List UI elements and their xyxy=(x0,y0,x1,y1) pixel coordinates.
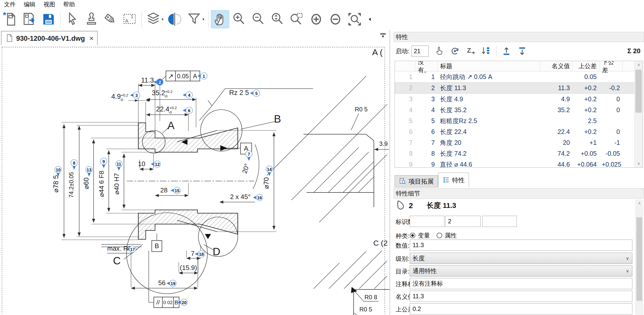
column-header[interactable]: 上公差 xyxy=(572,61,599,71)
collapse-left-button[interactable] xyxy=(365,14,375,24)
table-row[interactable]: 99直径 ⌀ 44.644.6+0.064+0.025 xyxy=(395,159,635,167)
table-cell: 6 xyxy=(415,128,437,135)
panel-tab-项目拓展[interactable]: 项目拓展 xyxy=(395,175,438,187)
pan-hand-button[interactable] xyxy=(211,10,229,28)
toolbar-separator xyxy=(208,11,208,27)
table-row[interactable]: 77角度 2020+1-1 xyxy=(395,137,635,148)
table-row[interactable]: 33长度 4.94.9+0.20 xyxy=(395,94,635,105)
id-count-input[interactable]: 2 xyxy=(445,216,481,227)
svg-text:⌀70: ⌀70 xyxy=(263,177,270,189)
svg-text:6: 6 xyxy=(188,108,190,113)
balloon-15[interactable]: 15 xyxy=(170,187,180,194)
renumber-button[interactable] xyxy=(480,45,493,57)
table-cell: 1 xyxy=(395,73,415,81)
text-input-上公差:[interactable]: 0.2 xyxy=(410,303,632,314)
menu-item-帮助[interactable]: 帮助 xyxy=(59,0,79,9)
table-row[interactable]: 88长度 74.274.2+0.05-0.05 xyxy=(395,148,635,159)
table-row[interactable]: 66长度 22.422.4+0.20 xyxy=(395,126,635,137)
scroll-down-icon[interactable]: ∨ xyxy=(635,160,643,167)
select-级别:[interactable]: 长度∨ xyxy=(410,253,632,264)
balloon-2[interactable]: 2 xyxy=(153,79,163,85)
balloon-11[interactable]: 11 xyxy=(116,161,122,171)
filter-button[interactable]: ▾ xyxy=(185,10,206,28)
balloon-1[interactable]: 1 xyxy=(197,73,207,79)
z-order-button[interactable]: Z xyxy=(464,45,477,57)
move-bottom-button[interactable] xyxy=(516,45,529,57)
select-目录:[interactable]: 通用特性∨ xyxy=(410,265,632,277)
zoom-vertical-button[interactable] xyxy=(269,10,287,28)
scroll-up-icon[interactable]: ∧ xyxy=(636,200,643,207)
scroll-up-icon[interactable]: ∧ xyxy=(635,61,643,69)
mirror-button[interactable] xyxy=(166,10,184,28)
balloon-19[interactable]: 19 xyxy=(166,280,176,287)
close-tab-icon[interactable]: × xyxy=(90,34,94,43)
menu-item-视图[interactable]: 视图 xyxy=(39,0,59,9)
radio-变量[interactable] xyxy=(410,233,415,238)
balloon-18[interactable]: 18 xyxy=(195,251,205,257)
id-count-input[interactable] xyxy=(482,216,517,227)
table-cell: +0.2 xyxy=(572,128,599,135)
scrollbar-thumb[interactable] xyxy=(636,217,642,301)
save-button[interactable] xyxy=(40,10,57,28)
balloon-3[interactable]: 3 xyxy=(130,92,140,99)
select-cursor-button[interactable] xyxy=(63,10,81,28)
table-scrollbar[interactable]: ∧ ∨ xyxy=(634,61,643,167)
text-input-名义值:[interactable]: 11.3 xyxy=(410,291,632,302)
table-cell: 20 xyxy=(540,139,572,146)
table-row[interactable]: 11径向跳动 ↗ 0.05 A0.05 xyxy=(395,71,635,82)
layers-button[interactable]: ▾ xyxy=(144,10,165,28)
column-header[interactable]: 标题 xyxy=(437,61,540,71)
tab-overflow-button[interactable]: ▼ xyxy=(379,33,387,38)
stamp-button[interactable] xyxy=(82,10,100,28)
table-row[interactable]: 55粗糙度Rz 2.52.5 xyxy=(395,115,635,126)
balloon-8[interactable]: 8 xyxy=(71,160,77,170)
increase-button[interactable] xyxy=(307,10,325,28)
move-top-button[interactable] xyxy=(501,45,513,57)
hand-pointer-button[interactable] xyxy=(433,45,446,57)
drawing-canvas[interactable]: 11.34.9+0.2-035.2+0.2-022.4+0.2-0Rz 2 5↗… xyxy=(0,45,390,315)
balloon-4[interactable]: 4 xyxy=(183,92,192,98)
drawing-label: 28 xyxy=(160,186,168,194)
menu-item-编辑[interactable]: 编辑 xyxy=(20,0,39,9)
svg-text:13: 13 xyxy=(87,168,92,172)
column-header[interactable] xyxy=(395,61,415,71)
start-input[interactable] xyxy=(412,46,429,57)
balloon-9[interactable]: 9 xyxy=(100,158,107,168)
zoom-window-button[interactable] xyxy=(288,10,306,28)
id-count-input[interactable] xyxy=(410,216,444,227)
menu-item-文件[interactable]: 文件 xyxy=(0,0,20,9)
balloon-14[interactable]: 14 xyxy=(266,166,273,176)
zoom-fit-button[interactable] xyxy=(346,10,363,28)
partial-stamp-button[interactable]: 1A xyxy=(121,10,139,28)
balloon-13[interactable]: 13 xyxy=(86,166,92,176)
balloon-12[interactable]: 12 xyxy=(151,161,161,167)
table-row[interactable]: 22长度 11.311.3+0.2-0.2 xyxy=(395,82,635,94)
column-header[interactable]: 名义值 xyxy=(540,61,572,71)
open-document-button[interactable] xyxy=(20,10,38,28)
tag-button[interactable] xyxy=(102,10,119,28)
balloon-10[interactable]: 10 xyxy=(55,166,61,176)
details-panel-title: 特性细节 xyxy=(396,189,420,198)
document-tab[interactable]: 930-1200-406-V1.dwg × xyxy=(1,31,98,46)
scrollbar-thumb[interactable] xyxy=(635,70,642,113)
details-scrollbar[interactable]: ∧ xyxy=(635,200,643,315)
balloon-7[interactable]: 7 xyxy=(246,151,252,161)
balloon-5[interactable]: 5 xyxy=(250,90,260,96)
decrease-button[interactable] xyxy=(327,10,344,28)
balloon-6[interactable]: 6 xyxy=(183,107,192,114)
panel-tab-特性[interactable]: 特性 xyxy=(438,173,469,187)
text-input-数值:[interactable]: 11.3 xyxy=(410,240,632,251)
zoom-out-button[interactable] xyxy=(250,10,267,28)
column-header[interactable]: 下公差 xyxy=(599,61,622,71)
radio-属性[interactable] xyxy=(437,233,442,238)
table-row[interactable]: 44长度 35.235.2+0.20 xyxy=(395,105,635,115)
column-header[interactable]: 没有。 xyxy=(415,61,437,71)
balloon-16[interactable]: 16 xyxy=(253,194,263,201)
refresh-button[interactable] xyxy=(449,45,461,57)
new-document-button[interactable]: * xyxy=(1,10,19,28)
table-cell: 4 xyxy=(395,106,415,114)
drawing-label: ⌀60 xyxy=(82,178,90,189)
zoom-in-button[interactable] xyxy=(230,10,248,28)
separator xyxy=(497,46,497,57)
text-input-注释标:[interactable]: 没有注释标 xyxy=(410,278,632,289)
